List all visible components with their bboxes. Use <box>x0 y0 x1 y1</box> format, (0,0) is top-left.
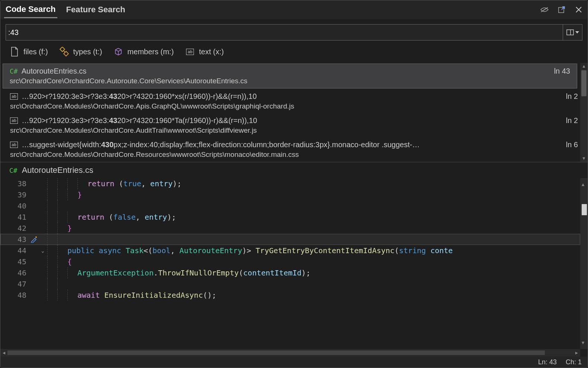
status-line: Ln: 43 <box>538 358 557 366</box>
result-title: …920>r?1920:3e3>r?3e3:4320>r?4320:1960*x… <box>22 92 257 101</box>
line-number: 40 <box>0 200 29 212</box>
search-input-container <box>6 24 563 41</box>
text-match-icon: ab <box>10 142 18 148</box>
code-editor[interactable]: 38return (true, entry);39}4041return (fa… <box>0 178 580 349</box>
result-line-number: ln 43 <box>554 67 570 75</box>
line-number: 45 <box>0 256 29 267</box>
editor-vertical-scrollbar[interactable]: ▲ ▼ <box>580 178 588 349</box>
code-line[interactable]: 46ArgumentException.ThrowIfNullOrEmpty(c… <box>0 267 580 278</box>
status-column: Ch: 1 <box>566 358 582 366</box>
svg-line-6 <box>64 51 65 52</box>
search-input[interactable] <box>8 28 560 37</box>
code-line[interactable]: 42} <box>0 223 580 234</box>
filter-members[interactable]: members (m:) <box>113 46 173 57</box>
code-line[interactable]: 47 <box>0 278 580 290</box>
line-number: 48 <box>0 290 29 301</box>
file-icon <box>9 46 20 57</box>
results-list: C#AutorouteEntries.csln 43src\OrchardCor… <box>0 64 588 162</box>
filter-files[interactable]: files (f:) <box>9 46 48 57</box>
svg-line-0 <box>541 7 548 12</box>
result-title: AutorouteEntries.cs <box>22 67 87 75</box>
csharp-badge-icon: C# <box>9 167 17 174</box>
tab-feature-search[interactable]: Feature Search <box>65 2 127 17</box>
types-icon <box>59 46 70 57</box>
chevron-down-icon <box>575 31 579 33</box>
result-path: src\OrchardCore.Modules\OrchardCore.Apis… <box>10 102 578 110</box>
filter-files-label: files (f:) <box>23 48 48 56</box>
status-bar: Ln: 43 Ch: 1 <box>0 356 588 368</box>
close-icon[interactable] <box>573 4 584 15</box>
code-line[interactable]: 38return (true, entry); <box>0 178 580 189</box>
open-external-icon[interactable] <box>556 4 567 15</box>
code-line[interactable]: 40 <box>0 200 580 212</box>
text-icon: ab <box>185 46 195 57</box>
result-path: src\OrchardCore.Modules\OrchardCore.Audi… <box>10 126 578 135</box>
line-number: 42 <box>0 223 29 234</box>
editor-horizontal-scrollbar[interactable]: ◀ ▶ <box>0 349 580 356</box>
fold-chevron-icon[interactable]: ⌄ <box>41 245 44 256</box>
line-number: 47 <box>0 278 29 290</box>
result-item[interactable]: C#AutorouteEntries.csln 43src\OrchardCor… <box>3 64 577 88</box>
preview-toggle-icon[interactable] <box>539 4 550 15</box>
line-number: 39 <box>0 189 29 200</box>
line-number: 38 <box>0 178 29 189</box>
result-line-number: ln 2 <box>566 116 578 125</box>
result-item[interactable]: ab…920>r?1920:3e3>r?3e3:4320>r?4320:1960… <box>0 89 588 113</box>
text-match-icon: ab <box>10 117 18 124</box>
preview-filename: AutorouteEntries.cs <box>22 165 93 175</box>
preview-header: C# AutorouteEntries.cs <box>0 162 588 178</box>
text-match-icon: ab <box>10 93 18 100</box>
code-line[interactable]: 43 <box>0 234 580 245</box>
code-line[interactable]: 39} <box>0 189 580 200</box>
line-number: 44 <box>0 245 29 256</box>
filter-text-label: text (x:) <box>199 48 224 56</box>
result-item[interactable]: ab…920>r?1920:3e3>r?3e3:4320>r?4320:1960… <box>0 113 588 138</box>
results-scrollbar[interactable]: ▲ ▼ <box>580 63 588 162</box>
svg-rect-2 <box>567 30 573 35</box>
code-line[interactable]: 41return (false, entry); <box>0 212 580 223</box>
tab-code-search[interactable]: Code Search <box>4 1 57 18</box>
csharp-badge-icon: C# <box>10 67 18 75</box>
filter-types-label: types (t:) <box>73 48 102 56</box>
code-line[interactable]: 44⌄public async Task<(bool, AutorouteEnt… <box>0 245 580 256</box>
layout-dropdown-button[interactable] <box>563 24 582 41</box>
members-icon <box>113 46 124 57</box>
line-number: 43 <box>0 234 29 245</box>
filter-text[interactable]: ab text (x:) <box>185 46 224 57</box>
filter-members-label: members (m:) <box>127 48 173 56</box>
code-line[interactable]: 45{ <box>0 256 580 267</box>
code-line[interactable]: 48await EnsureInitializedAsync(); <box>0 290 580 301</box>
filter-types[interactable]: types (t:) <box>59 46 102 57</box>
glyph-margin-icon <box>29 236 38 243</box>
result-title: …920>r?1920:3e3>r?3e3:4320>r?4320:1960*T… <box>22 116 257 125</box>
result-line-number: ln 2 <box>566 92 578 101</box>
line-number: 46 <box>0 267 29 278</box>
result-path: src\OrchardCore.Modules\OrchardCore.Reso… <box>10 151 578 159</box>
result-title: …suggest-widget{width:430px;z-index:40;d… <box>22 141 419 149</box>
result-line-number: ln 6 <box>566 141 578 149</box>
result-path: src\OrchardCore\OrchardCore.Autoroute.Co… <box>10 77 570 85</box>
svg-point-7 <box>35 236 37 238</box>
svg-rect-5 <box>64 51 68 56</box>
line-number: 41 <box>0 212 29 223</box>
result-item[interactable]: ab…suggest-widget{width:430px;z-index:40… <box>0 138 588 162</box>
